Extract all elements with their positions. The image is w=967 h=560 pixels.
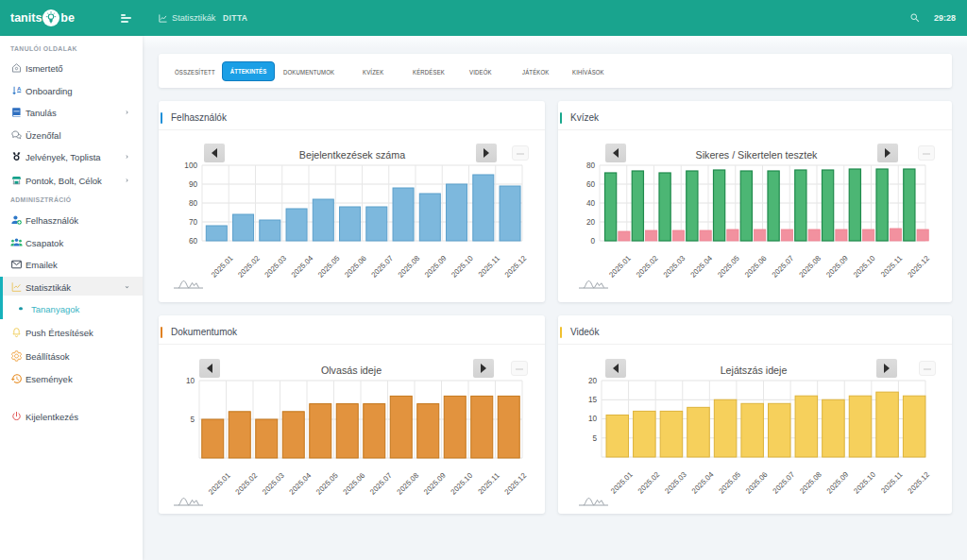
svg-text:5: 5	[190, 416, 195, 424]
svg-text:2025.10: 2025.10	[852, 470, 877, 496]
svg-text:70: 70	[189, 218, 198, 227]
svg-text:2025.08: 2025.08	[797, 254, 823, 280]
svg-text:20: 20	[588, 377, 598, 385]
svg-text:2025.10: 2025.10	[852, 254, 877, 280]
svg-text:2025.04: 2025.04	[288, 471, 314, 497]
svg-text:90: 90	[189, 180, 198, 189]
svg-text:2025.09: 2025.09	[825, 470, 851, 496]
svg-text:2025.11: 2025.11	[477, 471, 501, 496]
svg-text:2025.03: 2025.03	[663, 470, 688, 496]
svg-text:2025.04: 2025.04	[290, 254, 315, 280]
svg-text:60: 60	[189, 237, 198, 246]
svg-text:40: 40	[586, 199, 596, 208]
svg-text:A: A	[17, 85, 22, 91]
svg-text:2025.05: 2025.05	[716, 254, 741, 280]
svg-text:2025.11: 2025.11	[879, 254, 904, 279]
svg-text:2025.07: 2025.07	[368, 471, 394, 497]
svg-text:2025.08: 2025.08	[798, 470, 823, 496]
svg-text:2025.05: 2025.05	[314, 471, 340, 497]
svg-text:100: 100	[184, 161, 197, 170]
svg-text:2025.02: 2025.02	[636, 470, 662, 496]
svg-text:2025.02: 2025.02	[236, 254, 262, 280]
svg-text:10: 10	[186, 377, 195, 385]
svg-text:2025.07: 2025.07	[771, 254, 796, 280]
svg-text:80: 80	[586, 161, 596, 170]
svg-text:0: 0	[590, 237, 595, 246]
svg-text:2025.09: 2025.09	[422, 471, 448, 497]
svg-text:2025.07: 2025.07	[369, 254, 395, 280]
svg-text:2025.06: 2025.06	[743, 254, 769, 280]
svg-text:2025.03: 2025.03	[261, 471, 286, 497]
svg-text:2025.05: 2025.05	[717, 470, 742, 496]
svg-text:10: 10	[588, 415, 598, 423]
svg-text:2025.01: 2025.01	[607, 254, 633, 280]
svg-text:2025.09: 2025.09	[423, 254, 449, 280]
svg-text:2025.12: 2025.12	[503, 254, 529, 280]
svg-text:20: 20	[586, 218, 596, 227]
svg-text:2025.08: 2025.08	[397, 254, 422, 280]
svg-text:2025.12: 2025.12	[906, 254, 931, 280]
svg-text:2025.11: 2025.11	[879, 470, 904, 495]
svg-text:2025.03: 2025.03	[662, 254, 687, 280]
svg-text:2025.03: 2025.03	[263, 254, 288, 280]
svg-text:2025.12: 2025.12	[503, 471, 529, 497]
svg-text:2025.06: 2025.06	[343, 254, 368, 280]
svg-text:2025.02: 2025.02	[234, 471, 260, 497]
svg-text:2025.02: 2025.02	[635, 254, 660, 280]
svg-text:2025.01: 2025.01	[207, 471, 232, 497]
svg-text:2025.04: 2025.04	[688, 254, 714, 280]
svg-text:2025.04: 2025.04	[690, 470, 716, 496]
svg-text:2025.01: 2025.01	[210, 254, 235, 280]
svg-text:80: 80	[189, 199, 198, 208]
svg-text:2025.05: 2025.05	[316, 254, 342, 280]
svg-text:2025.11: 2025.11	[477, 254, 501, 279]
svg-text:2025.10: 2025.10	[450, 471, 475, 497]
svg-text:2025.12: 2025.12	[907, 470, 932, 496]
svg-text:2025.01: 2025.01	[609, 470, 635, 496]
svg-text:2025.10: 2025.10	[450, 254, 475, 280]
svg-text:15: 15	[588, 396, 598, 404]
svg-text:2025.07: 2025.07	[772, 470, 797, 496]
svg-text:2025.06: 2025.06	[744, 470, 770, 496]
svg-text:2025.06: 2025.06	[342, 471, 367, 497]
svg-text:2025.08: 2025.08	[396, 471, 421, 497]
svg-text:5: 5	[592, 434, 597, 443]
svg-text:60: 60	[586, 180, 596, 189]
svg-text:2025.09: 2025.09	[824, 254, 850, 280]
